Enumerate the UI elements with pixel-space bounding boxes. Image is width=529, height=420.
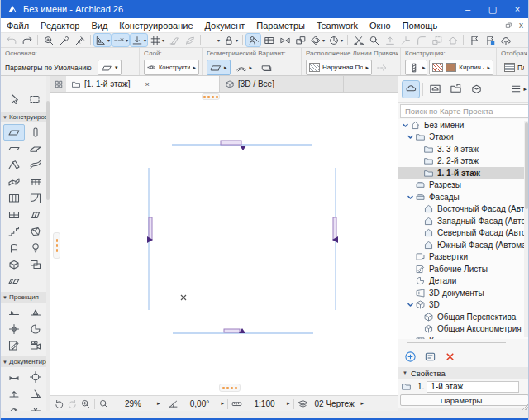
toolbox-section-document[interactable]: ▼Документирование bbox=[1, 356, 50, 367]
undo-button[interactable] bbox=[3, 33, 19, 47]
menu-view[interactable]: Вид bbox=[85, 18, 113, 33]
elevation-marker-west[interactable] bbox=[147, 217, 153, 243]
search-input[interactable] bbox=[400, 104, 529, 118]
navigate-forward-icon[interactable] bbox=[67, 399, 78, 409]
zone-tool[interactable] bbox=[3, 256, 25, 273]
zoom-control[interactable]: 29% ▸ bbox=[95, 396, 164, 411]
railing-tool[interactable] bbox=[25, 174, 46, 190]
navigator-menu-button[interactable]: ▸ bbox=[510, 83, 527, 95]
mdi-close-button[interactable]: x bbox=[519, 21, 523, 30]
fillet-button[interactable] bbox=[413, 33, 429, 47]
view-map-tab[interactable] bbox=[426, 80, 444, 98]
orientation-control[interactable]: 0,00° ▸ bbox=[164, 396, 228, 411]
curtain-wall-tool[interactable] bbox=[3, 190, 25, 207]
chevron-down-icon[interactable] bbox=[402, 122, 409, 129]
tab-close-icon[interactable]: × bbox=[145, 80, 150, 88]
tree-item-generic-axonometry[interactable]: Общая Аксонометрия bbox=[398, 323, 529, 336]
geometry-curved-button[interactable]: ▸ bbox=[232, 60, 256, 75]
gravity-button[interactable]: ▾ bbox=[130, 33, 148, 47]
tree-item-sections[interactable]: Разрезы bbox=[398, 179, 529, 192]
angle-dimension-tool[interactable] bbox=[25, 385, 46, 402]
tree-item-story-1[interactable]: 1. 1-й этаж bbox=[398, 167, 529, 179]
tab-3d-all[interactable]: [3D / Все] bbox=[220, 76, 344, 92]
flip-reference-button[interactable] bbox=[374, 60, 389, 74]
suspend-groups-button[interactable] bbox=[182, 33, 198, 47]
change-manager-button[interactable] bbox=[482, 33, 498, 47]
tree-item-project[interactable]: Без имени bbox=[398, 119, 529, 131]
menu-help[interactable]: Помощь bbox=[397, 18, 444, 33]
dock-grip-left[interactable] bbox=[53, 232, 60, 259]
mesh-tool[interactable] bbox=[3, 174, 25, 190]
settings-button[interactable]: Параметры... bbox=[400, 394, 529, 406]
marquee-tool[interactable] bbox=[25, 91, 45, 107]
stair-tool[interactable] bbox=[3, 223, 25, 240]
door-tool[interactable] bbox=[25, 190, 46, 207]
menu-edit[interactable]: Редактор bbox=[35, 18, 85, 33]
elevation-marker-north[interactable] bbox=[221, 141, 246, 150]
slab-tool[interactable] bbox=[25, 141, 46, 157]
story-name-input[interactable] bbox=[427, 381, 519, 393]
display-mode-button[interactable]: Пла... bbox=[501, 60, 527, 75]
elevation-marker-south[interactable] bbox=[224, 328, 245, 333]
tree-item-stories[interactable]: Этажи bbox=[398, 131, 529, 144]
chevron-down-icon[interactable] bbox=[407, 133, 414, 141]
chevron-down-icon[interactable] bbox=[407, 193, 414, 201]
reference-line-select-button[interactable]: Наружная Пове... ▸ bbox=[306, 60, 372, 75]
library-cloud-button[interactable] bbox=[498, 33, 513, 47]
close-button[interactable]: × bbox=[505, 0, 529, 18]
detail-tool[interactable] bbox=[25, 321, 46, 337]
shell-tool[interactable] bbox=[25, 157, 46, 174]
inject-parameters-button[interactable] bbox=[72, 33, 88, 47]
split-button[interactable] bbox=[350, 33, 366, 47]
dimension-table-button[interactable] bbox=[261, 33, 277, 47]
section-tool[interactable] bbox=[3, 304, 25, 321]
toolbox-scrollbar[interactable] bbox=[46, 76, 50, 411]
tab-floor-plan[interactable]: [1. 1-й этаж] × bbox=[66, 76, 220, 92]
composite-select-button[interactable]: Кирпич - Гли... ▸ bbox=[429, 60, 493, 75]
menu-design[interactable]: Конструирование bbox=[113, 18, 198, 33]
lamp-tool[interactable] bbox=[25, 240, 46, 256]
menu-window[interactable]: Окно bbox=[364, 18, 397, 33]
menu-options[interactable]: Параметры bbox=[250, 18, 311, 33]
floor-plan-canvas[interactable] bbox=[50, 93, 398, 395]
toolbox-section-design[interactable]: ▼Конструирование bbox=[1, 112, 50, 122]
tree-item-elevation-east[interactable]: Восточный Фасад (Автоматический) bbox=[398, 203, 529, 216]
tree-item-interior-elevations[interactable]: Развертки bbox=[398, 251, 529, 264]
rotate-button[interactable]: ▾ bbox=[308, 33, 326, 47]
dock-grip-top[interactable] bbox=[202, 93, 220, 100]
structure-type-button[interactable]: ▸ bbox=[405, 60, 427, 75]
tree-item-3d-documents[interactable]: 3D-документы bbox=[398, 287, 529, 299]
elevation-marker-east[interactable] bbox=[332, 217, 338, 243]
tree-item-elevation-west[interactable]: Западный Фасад (Автоматический) bbox=[398, 215, 529, 227]
marquee-options-button[interactable]: ▾ bbox=[203, 33, 222, 47]
mdi-restore-button[interactable] bbox=[505, 21, 512, 29]
pen-set-control[interactable]: 02 Чертеж ▸ bbox=[294, 396, 368, 411]
renovation-filter-button[interactable] bbox=[245, 33, 261, 47]
tree-item-generic-perspective[interactable]: Общая Перспектива bbox=[398, 311, 529, 323]
morph-tool[interactable] bbox=[25, 223, 46, 240]
resize-grip[interactable] bbox=[522, 403, 529, 410]
chevron-down-icon[interactable] bbox=[407, 301, 414, 308]
tree-item-worksheets[interactable]: Рабочие Листы bbox=[398, 263, 529, 275]
menu-file[interactable]: Файл bbox=[1, 18, 35, 33]
scale-control[interactable]: 1:100 ▸ bbox=[228, 396, 293, 411]
window-tool[interactable] bbox=[3, 207, 25, 223]
tab-overview-button[interactable] bbox=[50, 76, 66, 92]
roof-tool[interactable] bbox=[3, 157, 25, 174]
project-marker-button[interactable] bbox=[466, 33, 482, 47]
revolve-button[interactable]: ▾ bbox=[326, 33, 345, 47]
set-square-button[interactable]: ▾ bbox=[93, 33, 112, 47]
trim-button[interactable] bbox=[398, 33, 413, 47]
zoom-to-selection-button[interactable] bbox=[41, 33, 56, 47]
text-tool[interactable] bbox=[25, 402, 46, 411]
grid-element-tool[interactable] bbox=[25, 256, 46, 273]
tree-scrollbar[interactable] bbox=[524, 121, 529, 337]
tree-item-story-2[interactable]: 2. 2-й этаж bbox=[398, 155, 529, 168]
beam-tool[interactable] bbox=[3, 141, 25, 157]
project-map-tab[interactable] bbox=[402, 80, 420, 98]
tree-item-schedules[interactable]: Каталоги bbox=[398, 335, 529, 339]
properties-header[interactable]: ▼Свойства bbox=[398, 367, 529, 379]
interior-elevation-tool[interactable] bbox=[3, 321, 25, 337]
redo-button[interactable] bbox=[19, 33, 35, 47]
opening-tool[interactable] bbox=[3, 273, 25, 289]
